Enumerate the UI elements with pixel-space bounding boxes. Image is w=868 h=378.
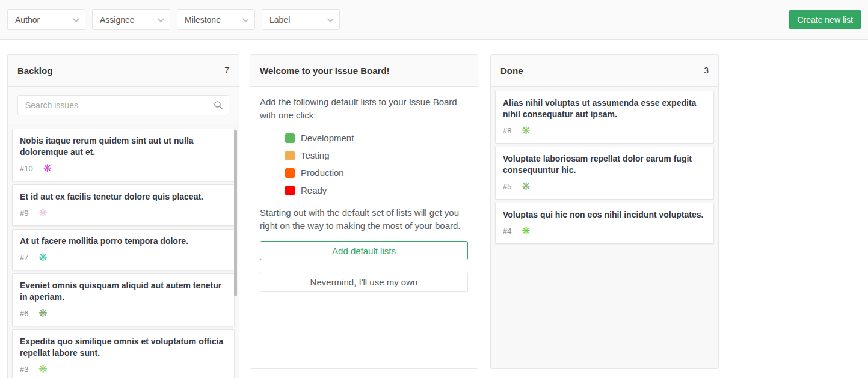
issue-meta: #7 ❋ [20,251,227,263]
nevermind-button[interactable]: Nevermind, I'll use my own [260,272,468,292]
issue-title: Alias nihil voluptas ut assumenda esse e… [503,97,706,120]
backlog-header[interactable]: Backlog 7 [8,55,239,87]
issue-card[interactable]: Voluptate laboriosam repellat dolor earu… [495,147,714,200]
issue-meta: #6 ❋ [20,307,227,319]
issue-meta: #9 ❋ [20,207,227,219]
default-list-item: Production [285,164,468,181]
chevron-down-icon [73,15,79,22]
welcome-header: Welcome to your Issue Board! [250,55,478,87]
issue-meta: #4 ❋ [503,225,706,237]
backlog-search-section [8,87,239,124]
issue-title: At ut facere mollitia porro tempora dolo… [20,236,227,247]
ready-color-swatch [285,186,295,195]
chevron-down-icon [242,15,249,22]
issue-title: Voluptas qui hic non eos nihil incidunt … [503,209,706,221]
add-default-lists-button[interactable]: Add default lists [260,241,468,260]
default-list-label: Ready [301,184,327,197]
issue-card[interactable]: Eveniet omnis quisquam aliquid aut autem… [12,273,235,326]
issue-number: #9 [20,209,28,218]
search-issues-input[interactable] [17,95,229,115]
done-issue-count: 3 [704,66,709,75]
assignee-avatar[interactable]: ❋ [520,124,532,136]
production-color-swatch [285,168,295,178]
issue-number: #3 [20,365,28,374]
welcome-outro-text: Starting out with the default set of lis… [260,206,468,233]
issue-card[interactable]: At ut facere mollitia porro tempora dolo… [12,229,235,270]
backlog-scrollbar[interactable] [234,130,237,296]
milestone-filter-label: Milestone [185,15,221,25]
default-list-item: Development [285,129,468,147]
assignee-avatar[interactable]: ❋ [520,180,532,192]
backlog-issue-count: 7 [224,66,229,75]
label-filter-dropdown[interactable]: Label [262,9,340,30]
issue-meta: #3 ❋ [20,363,227,375]
assignee-filter-label: Assignee [100,15,135,25]
chevron-down-icon [158,15,164,22]
board-column-backlog: Backlog 7 Nobis itaque rerum quidem sint… [7,54,239,378]
chevron-down-icon [327,15,334,22]
welcome-title: Welcome to your Issue Board! [260,66,390,76]
assignee-avatar[interactable]: ❋ [37,307,49,319]
issue-meta: #5 ❋ [503,180,706,192]
done-card-list: Alias nihil voluptas ut assumenda esse e… [491,87,718,368]
testing-color-swatch [285,151,295,160]
welcome-intro-text: Add the following default lists to your … [260,96,468,122]
issue-card[interactable]: Voluptas qui hic non eos nihil incidunt … [495,203,714,244]
issue-number: #6 [20,309,28,318]
assignee-avatar[interactable]: ❋ [37,207,49,219]
default-list-label: Development [301,132,354,145]
done-header[interactable]: Done 3 [491,55,718,87]
backlog-title: Backlog [17,66,52,76]
label-filter-label: Label [269,15,290,25]
issue-card[interactable]: Nobis itaque rerum quidem sint aut ut nu… [12,129,235,181]
issue-card[interactable]: Et id aut ex facilis tenetur dolore quis… [12,184,235,226]
assignee-avatar[interactable]: ❋ [520,225,532,237]
author-filter-dropdown[interactable]: Author [7,9,85,30]
issue-number: #10 [20,164,33,173]
board-column-welcome: Welcome to your Issue Board! Add the fol… [250,54,478,369]
default-lists: Development Testing Production Ready [285,129,468,199]
backlog-card-list: Nobis itaque rerum quidem sint aut ut nu… [8,124,239,378]
issue-title: Et id aut ex facilis tenetur dolore quis… [20,191,227,203]
issue-number: #5 [503,182,511,191]
issue-card[interactable]: Alias nihil voluptas ut assumenda esse e… [495,91,714,144]
issue-title: Voluptate laboriosam repellat dolor earu… [503,153,706,176]
default-list-item: Ready [285,181,468,199]
issue-title: Expedita quo similique omnis et voluptat… [20,336,227,359]
development-color-swatch [285,133,295,143]
default-list-item: Testing [285,147,468,164]
issue-meta: #8 ❋ [503,124,706,136]
issue-meta: #10 ❋ [20,162,227,174]
milestone-filter-dropdown[interactable]: Milestone [177,9,255,30]
welcome-body: Add the following default lists to your … [250,87,478,368]
default-list-label: Production [301,166,344,180]
issue-card[interactable]: Expedita quo similique omnis et voluptat… [12,329,235,378]
issue-title: Eveniet omnis quisquam aliquid aut autem… [20,280,227,303]
issue-number: #4 [503,227,511,236]
search-icon [214,100,223,110]
issue-number: #8 [503,126,511,135]
done-title: Done [500,66,523,76]
default-list-label: Testing [301,149,330,162]
issue-number: #7 [20,253,28,262]
assignee-avatar[interactable]: ❋ [42,162,54,174]
issue-title: Nobis itaque rerum quidem sint aut ut nu… [20,135,227,158]
assignee-avatar[interactable]: ❋ [37,363,49,375]
assignee-filter-dropdown[interactable]: Assignee [92,9,170,30]
author-filter-label: Author [15,15,40,25]
filter-bar: Author Assignee Milestone Label Create n… [0,0,868,40]
board-column-done: Done 3 Alias nihil voluptas ut assumenda… [490,54,719,369]
assignee-avatar[interactable]: ❋ [37,251,49,263]
create-new-list-button[interactable]: Create new list [789,10,861,29]
